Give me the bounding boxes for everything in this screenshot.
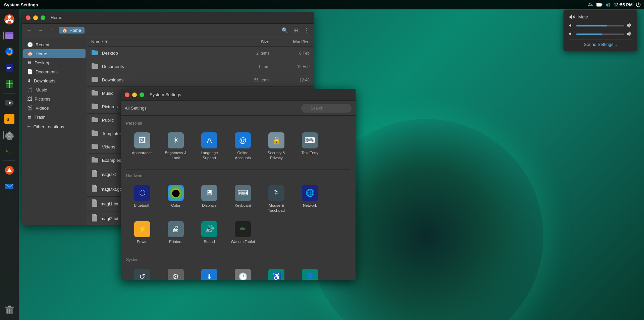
ss-maximize-button[interactable] <box>140 92 144 97</box>
svg-text:EN: EN <box>589 3 592 5</box>
fm-sidebar: 🕐 Recent 🏠 Home 🖥 Desktop 📄 Documents ⬇ … <box>22 37 87 225</box>
col-name-label: Name <box>91 39 103 44</box>
fm-col-modified-header[interactable]: Modified <box>269 39 310 44</box>
dock-calc[interactable] <box>2 76 17 91</box>
dock-text-editor[interactable] <box>2 60 17 75</box>
battery-icon[interactable] <box>596 2 602 8</box>
table-row[interactable]: Desktop 2 items 6 Feb <box>87 47 314 60</box>
fm-sidebar-item-trash[interactable]: 🗑 Trash <box>23 113 86 121</box>
pictures-icon: 🖼 <box>27 96 32 102</box>
fm-sidebar-item-desktop[interactable]: 🖥 Desktop <box>23 58 86 67</box>
ss-item-label: Color <box>171 203 180 208</box>
fm-sidebar-item-other-locations[interactable]: + Other Locations <box>23 122 86 132</box>
fm-forward-button[interactable]: → <box>36 26 45 35</box>
dock-firefox[interactable] <box>2 44 17 59</box>
ss-item-universal-access[interactable]: ♿Universal Access <box>260 265 292 280</box>
fm-maximize-button[interactable] <box>41 15 45 20</box>
ss-icon-8: 🔊 <box>201 221 217 237</box>
table-row[interactable]: Documents 1 item 12 Feb <box>87 60 314 73</box>
ss-item-network[interactable]: 🌐Network <box>294 182 326 216</box>
fm-sidebar-item-music[interactable]: 🎵 Music <box>23 85 86 94</box>
ss-grid-1: ⬡Bluetooth⬤Color🖥Displays⌨Keyboard🖱Mouse… <box>126 182 350 248</box>
ss-item-wacom-tablet[interactable]: ✏Wacom Tablet <box>227 218 259 248</box>
ss-item-printers[interactable]: 🖨Printers <box>160 218 192 248</box>
ss-item-keyboard[interactable]: ⌨Keyboard <box>227 182 259 216</box>
ss-search-input[interactable] <box>301 104 352 113</box>
dock-mail[interactable] <box>2 179 17 194</box>
ss-item-details[interactable]: ⚙Details <box>160 265 192 280</box>
ss-item-software---updates[interactable]: ⬇Software & Updates <box>193 265 225 280</box>
ss-item-bluetooth[interactable]: ⬡Bluetooth <box>126 182 158 216</box>
ss-item-online-accounts[interactable]: @Online Accounts <box>227 129 259 164</box>
ss-item-brightness---lock[interactable]: ☀Brightness & Lock <box>160 129 192 164</box>
ss-icon-3: 🕐 <box>235 269 251 280</box>
ss-item-text-entry[interactable]: ⌨Text Entry <box>294 129 326 164</box>
ss-item-language-support[interactable]: ALanguage Support <box>193 129 225 164</box>
ss-item-power[interactable]: ⚡Power <box>126 218 158 248</box>
ss-icon-1: ⚙ <box>168 269 184 280</box>
fm-parent-button[interactable]: ↑ <box>47 26 57 35</box>
file-icon <box>91 199 97 208</box>
clock[interactable]: 12:55 PM <box>614 2 633 7</box>
sound-settings-link[interactable]: Sound Settings... <box>569 42 632 47</box>
volume-slider-2[interactable] <box>576 34 624 35</box>
file-icon <box>91 170 97 179</box>
fm-sidebar-item-home[interactable]: 🏠 Home <box>23 49 86 58</box>
dock-terminal[interactable]: $ _ <box>2 144 17 158</box>
fm-sidebar-item-documents[interactable]: 📄 Documents <box>23 67 86 76</box>
dock-files[interactable] <box>2 28 17 43</box>
dock-divider-2 <box>3 161 15 161</box>
dock-ubuntu[interactable] <box>2 12 17 27</box>
dock-videos[interactable] <box>2 95 17 110</box>
ss-body: Personal🖼Appearance☀Brightness & LockALa… <box>121 116 356 280</box>
fm-sidebar-label-trash: Trash <box>35 115 46 120</box>
fm-search-button[interactable]: 🔍 <box>280 26 289 35</box>
fm-back-button[interactable]: ← <box>24 26 34 35</box>
fm-menu-button[interactable]: ⋮ <box>302 26 311 35</box>
ss-item-sound[interactable]: 🔊Sound <box>193 218 225 248</box>
file-name: Documents <box>102 64 236 69</box>
fm-sidebar-item-videos[interactable]: 🎬 Videos <box>23 104 86 112</box>
fm-sidebar-item-pictures[interactable]: 🖼 Pictures <box>23 94 86 103</box>
file-name: Downloads <box>102 77 236 82</box>
volume-slider-1[interactable] <box>576 25 624 26</box>
ss-minimize-button[interactable] <box>132 92 137 97</box>
ss-item-security---privacy[interactable]: 🔒Security & Privacy <box>260 129 292 164</box>
table-row[interactable]: Downloads 56 items 12:48 <box>87 73 314 87</box>
keyboard-layout-icon[interactable]: EN <box>588 2 594 8</box>
dock-software[interactable] <box>2 163 17 178</box>
ss-item-user-accounts[interactable]: 👤User Accounts <box>294 265 326 280</box>
ss-item-displays[interactable]: 🖥Displays <box>193 182 225 216</box>
ss-icon-1: ☀ <box>168 132 184 148</box>
fm-close-button[interactable] <box>26 15 31 20</box>
fm-location-bar[interactable]: 🏠 Home <box>59 27 85 34</box>
ss-search-wrap: 🔍 <box>301 104 352 113</box>
dock-settings[interactable] <box>2 128 17 142</box>
ss-item-label: Wacom Tablet <box>231 239 255 244</box>
ss-close-button[interactable] <box>125 92 129 97</box>
fm-minimize-button[interactable] <box>33 15 38 20</box>
section-divider <box>126 169 350 170</box>
ss-item-appearance[interactable]: 🖼Appearance <box>126 129 158 164</box>
fm-view-toggle-button[interactable]: ⊞ <box>291 26 300 35</box>
videos-icon: 🎬 <box>27 105 33 111</box>
ss-all-settings-link[interactable]: All Settings <box>125 106 147 111</box>
ss-item-time---date[interactable]: 🕐Time & Date <box>227 265 259 280</box>
downloads-icon: ⬇ <box>27 78 31 83</box>
fm-sidebar-item-recent[interactable]: 🕐 Recent <box>23 40 86 49</box>
top-panel: System Settings EN 12:55 PM <box>0 0 644 9</box>
ss-item-mouse---touchpad[interactable]: 🖱Mouse & Touchpad <box>260 182 292 216</box>
power-icon[interactable] <box>635 2 641 8</box>
fm-sidebar-item-downloads[interactable]: ⬇ Downloads <box>23 76 86 85</box>
dock-trash[interactable] <box>2 303 17 317</box>
svg-rect-3 <box>601 4 602 6</box>
fm-col-size-header[interactable]: Size <box>236 39 269 44</box>
ss-item-color[interactable]: ⬤Color <box>160 182 192 216</box>
volume-icon[interactable] <box>605 2 611 8</box>
ss-section-personal: Personal🖼Appearance☀Brightness & LockALa… <box>126 121 350 164</box>
fm-col-name-header[interactable]: Name ▼ <box>91 39 236 44</box>
file-icon <box>91 156 99 164</box>
sort-arrow: ▼ <box>104 39 109 44</box>
ss-item-backups[interactable]: ↺Backups <box>126 265 158 280</box>
dock-amazon[interactable]: a <box>2 112 17 126</box>
